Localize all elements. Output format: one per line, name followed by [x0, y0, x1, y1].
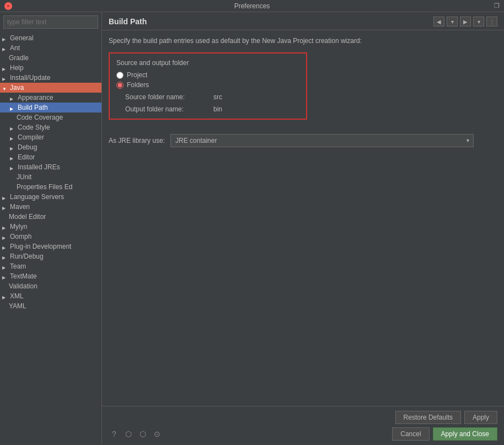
sidebar-item-compiler[interactable]: ▶Compiler: [0, 132, 101, 142]
apply-and-close-button[interactable]: Apply and Close: [433, 427, 497, 441]
tree-area: ▶General▶AntGradle▶Help▶Install/Update▼J…: [0, 32, 101, 445]
sidebar-label-debug: Debug: [18, 143, 37, 151]
sidebar-item-junit[interactable]: JUnit: [0, 172, 101, 182]
right-panel: Build Path ◀ ▾ ▶ ▾ ⋮ Specify the build p…: [102, 12, 504, 445]
tree-arrow-debug: ▶: [10, 144, 17, 151]
cancel-button[interactable]: Cancel: [392, 427, 429, 441]
sidebar-label-build-path: Build Path: [18, 104, 48, 111]
sidebar-item-appearance[interactable]: ▶Appearance: [0, 93, 101, 103]
sidebar-item-language-servers[interactable]: ▶Language Servers: [0, 192, 101, 202]
sidebar-item-code-style[interactable]: ▶Code Style: [0, 122, 101, 132]
tree-arrow-general: ▶: [2, 35, 9, 41]
source-output-section: Source and output folder Project Folders…: [109, 52, 307, 120]
sidebar-label-textmate: TextMate: [10, 272, 37, 280]
panel-title: Build Path: [109, 17, 147, 26]
sidebar-label-appearance: Appearance: [18, 94, 53, 101]
content-area: ▶General▶AntGradle▶Help▶Install/Update▼J…: [0, 12, 504, 445]
tree-arrow-junit: [10, 174, 15, 180]
tree-arrow-plugin-development: ▶: [2, 243, 9, 250]
sidebar-item-plugin-development[interactable]: ▶Plug-in Development: [0, 242, 101, 251]
tree-arrow-maven: ▶: [2, 203, 9, 210]
sidebar-label-model-editor: Model Editor: [9, 213, 46, 221]
nav-forward-button[interactable]: ▶: [460, 17, 471, 26]
sidebar-item-ant[interactable]: ▶Ant: [0, 43, 101, 53]
title-bar: × Preferences ❐: [0, 0, 504, 12]
jre-select-wrapper: JRE containerJRE system libraryNone: [170, 134, 474, 147]
filter-input[interactable]: [3, 15, 98, 29]
folders-radio-label: Folders: [127, 81, 149, 89]
tree-arrow-language-servers: ▶: [2, 194, 9, 200]
jre-section: As JRE library use: JRE containerJRE sys…: [109, 134, 497, 147]
panel-description: Specify the build path entries used as d…: [109, 37, 497, 45]
apply-button[interactable]: Apply: [464, 411, 497, 424]
jre-select[interactable]: JRE containerJRE system libraryNone: [170, 134, 474, 147]
tree-arrow-properties-files: [10, 184, 15, 190]
tree-arrow-team: ▶: [2, 263, 9, 270]
sidebar-item-maven[interactable]: ▶Maven: [0, 202, 101, 212]
folders-radio-option[interactable]: Folders: [116, 81, 299, 89]
bottom-icons: ? ⬡ ⬡ ⊙: [109, 428, 163, 439]
export-icon[interactable]: ⬡: [123, 428, 134, 439]
sidebar-label-code-style: Code Style: [18, 124, 50, 131]
sidebar-label-oomph: Oomph: [10, 233, 31, 240]
restore-button[interactable]: ❐: [494, 2, 500, 9]
sidebar-item-debug[interactable]: ▶Debug: [0, 142, 101, 152]
sidebar-item-yaml[interactable]: YAML: [0, 301, 101, 311]
sidebar-item-properties-files[interactable]: Properties Files Ed: [0, 182, 101, 192]
sidebar-item-xml[interactable]: ▶XML: [0, 291, 101, 301]
info-icon[interactable]: ⊙: [152, 428, 163, 439]
nav-forward-dropdown[interactable]: ▾: [473, 17, 484, 26]
nav-back-dropdown[interactable]: ▾: [447, 17, 458, 26]
tree-arrow-compiler: ▶: [10, 134, 17, 141]
sidebar-item-java[interactable]: ▼Java: [0, 83, 101, 93]
sidebar-item-textmate[interactable]: ▶TextMate: [0, 271, 101, 281]
sidebar-item-model-editor[interactable]: Model Editor: [0, 212, 101, 222]
sidebar-item-oomph[interactable]: ▶Oomph: [0, 232, 101, 242]
sidebar-item-installed-jres[interactable]: ▶Installed JREs: [0, 162, 101, 172]
sidebar-item-gradle[interactable]: Gradle: [0, 53, 101, 63]
tree-arrow-appearance: ▶: [10, 94, 17, 101]
sidebar-item-general[interactable]: ▶General: [0, 33, 101, 43]
sidebar-item-code-coverage[interactable]: Code Coverage: [0, 112, 101, 122]
tree-arrow-editor: ▶: [10, 154, 17, 160]
sidebar-item-install-update[interactable]: ▶Install/Update: [0, 73, 101, 83]
tree-arrow-xml: ▶: [2, 293, 9, 299]
sidebar-item-run-debug[interactable]: ▶Run/Debug: [0, 251, 101, 261]
sidebar-label-general: General: [10, 34, 34, 42]
cancel-apply-row: ? ⬡ ⬡ ⊙ Cancel Apply and Close: [109, 427, 497, 441]
tree-arrow-model-editor: [2, 213, 8, 220]
tree-arrow-java: ▼: [2, 84, 9, 91]
action-buttons: Cancel Apply and Close: [392, 427, 497, 441]
panel-header: Build Path ◀ ▾ ▶ ▾ ⋮: [102, 12, 504, 30]
sidebar-item-validation[interactable]: Validation: [0, 281, 101, 291]
help-icon[interactable]: ?: [109, 428, 120, 439]
sidebar-item-help[interactable]: ▶Help: [0, 63, 101, 73]
restore-defaults-button[interactable]: Restore Defaults: [395, 411, 461, 424]
nav-back-button[interactable]: ◀: [433, 17, 444, 26]
source-folder-label: Source folder name:: [125, 93, 213, 101]
main-layout: ▶General▶AntGradle▶Help▶Install/Update▼J…: [0, 12, 504, 445]
close-button[interactable]: ×: [4, 2, 12, 10]
panel-nav-icons: ◀ ▾ ▶ ▾ ⋮: [433, 17, 497, 26]
source-folder-value: src: [213, 93, 222, 101]
output-folder-row: Output folder name: bin: [125, 105, 299, 113]
nav-more-button[interactable]: ⋮: [486, 17, 497, 26]
sidebar-label-properties-files: Properties Files Ed: [17, 183, 72, 191]
tree-arrow-help: ▶: [2, 65, 9, 71]
folders-radio[interactable]: [116, 82, 124, 89]
output-folder-label: Output folder name:: [125, 105, 213, 113]
sidebar-label-plugin-development: Plug-in Development: [10, 243, 71, 250]
sidebar-item-team[interactable]: ▶Team: [0, 261, 101, 271]
tree-arrow-mylyn: ▶: [2, 223, 9, 230]
import-icon[interactable]: ⬡: [137, 428, 148, 439]
tree-arrow-validation: [2, 283, 8, 289]
sidebar-label-mylyn: Mylyn: [10, 223, 27, 230]
project-radio[interactable]: [116, 72, 124, 79]
tree-arrow-code-coverage: [10, 114, 15, 121]
sidebar-item-build-path[interactable]: ▶Build Path: [0, 103, 101, 112]
project-radio-option[interactable]: Project: [116, 71, 299, 79]
section-title: Source and output folder: [116, 59, 299, 67]
sidebar-label-validation: Validation: [9, 282, 37, 290]
sidebar-item-editor[interactable]: ▶Editor: [0, 152, 101, 162]
sidebar-item-mylyn[interactable]: ▶Mylyn: [0, 222, 101, 232]
